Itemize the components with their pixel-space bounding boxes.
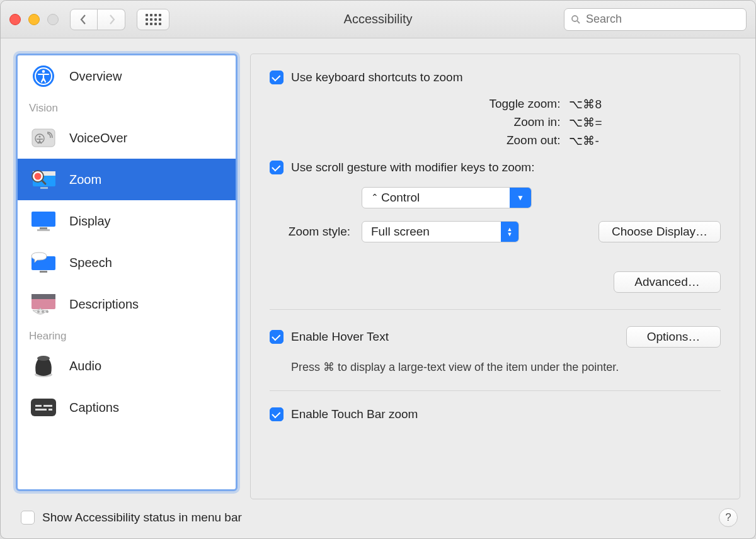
- search-icon: [571, 14, 581, 25]
- svg-point-23: [42, 310, 44, 313]
- sidebar-item-descriptions[interactable]: Descriptions: [18, 283, 236, 325]
- sidebar: Overview Vision VoiceOver Zoom: [16, 54, 238, 491]
- back-button[interactable]: [70, 9, 98, 30]
- zoom-in-label: Zoom in:: [370, 115, 560, 130]
- traffic-lights: [9, 14, 59, 25]
- divider: [270, 309, 721, 310]
- help-button[interactable]: ?: [719, 508, 738, 527]
- zoom-style-select[interactable]: Full screen ▲▼: [362, 221, 519, 242]
- zoom-in-value: ⌥⌘=: [569, 115, 721, 130]
- enable-touchbar-zoom-label: Enable Touch Bar zoom: [291, 407, 418, 421]
- svg-point-26: [37, 356, 50, 361]
- zoom-out-value: ⌥⌘-: [569, 133, 721, 148]
- window-body: Overview Vision VoiceOver Zoom: [1, 38, 755, 538]
- toggle-zoom-label: Toggle zoom:: [370, 97, 560, 111]
- svg-point-22: [37, 310, 40, 313]
- modifier-key-select[interactable]: ⌃Control ▼: [362, 187, 532, 208]
- show-status-checkbox[interactable]: [21, 511, 35, 525]
- titlebar: Accessibility: [1, 1, 755, 38]
- split-view: Overview Vision VoiceOver Zoom: [16, 54, 740, 499]
- shortcut-list: Toggle zoom: ⌥⌘8 Zoom in: ⌥⌘= Zoom out: …: [270, 97, 721, 148]
- enable-hover-text-label: Enable Hover Text: [291, 330, 389, 344]
- hover-text-options-button[interactable]: Options…: [626, 326, 721, 348]
- enable-touchbar-zoom-row: Enable Touch Bar zoom: [270, 407, 721, 421]
- zoom-out-label: Zoom out:: [370, 133, 560, 148]
- svg-rect-10: [40, 187, 48, 189]
- chevron-down-icon: ▼: [510, 188, 531, 208]
- audio-icon: [29, 354, 58, 378]
- sidebar-item-label: Captions: [69, 400, 119, 415]
- sidebar-item-label: Zoom: [69, 173, 101, 187]
- preferences-window: Accessibility Overview Vision V: [0, 0, 756, 539]
- advanced-button[interactable]: Advanced…: [614, 271, 721, 293]
- zoom-icon: [29, 167, 58, 191]
- svg-point-24: [46, 310, 49, 313]
- use-keyboard-shortcuts-label: Use keyboard shortcuts to zoom: [291, 71, 462, 84]
- svg-rect-21: [32, 294, 55, 299]
- show-all-button[interactable]: [137, 9, 169, 30]
- svg-rect-29: [43, 405, 52, 407]
- minimize-window-button[interactable]: [28, 14, 40, 25]
- sidebar-item-overview[interactable]: Overview: [18, 55, 236, 97]
- stepper-arrows-icon: ▲▼: [501, 222, 518, 242]
- window-title: Accessibility: [344, 12, 413, 26]
- forward-button[interactable]: [98, 9, 125, 30]
- zoom-style-label: Zoom style:: [270, 225, 350, 239]
- sidebar-item-label: Audio: [69, 359, 101, 373]
- sidebar-item-label: Overview: [69, 69, 122, 84]
- sidebar-item-zoom[interactable]: Zoom: [18, 159, 236, 200]
- svg-rect-17: [37, 229, 50, 231]
- display-icon: [29, 209, 58, 233]
- show-status-label: Show Accessibility status in menu bar: [42, 511, 242, 525]
- descriptions-icon: [29, 292, 58, 316]
- zoom-style-row: Zoom style: Full screen ▲▼ Choose Displa…: [270, 221, 721, 242]
- use-keyboard-shortcuts-row: Use keyboard shortcuts to zoom: [270, 71, 721, 84]
- divider: [270, 390, 721, 391]
- choose-display-button[interactable]: Choose Display…: [598, 221, 721, 242]
- enable-touchbar-zoom-checkbox[interactable]: [270, 407, 284, 421]
- control-caret-icon: ⌃: [371, 192, 379, 202]
- sidebar-section-hearing: Hearing: [18, 325, 236, 345]
- speech-icon: [29, 251, 58, 275]
- search-field[interactable]: [564, 8, 747, 31]
- svg-point-7: [39, 136, 41, 138]
- svg-rect-19: [40, 271, 47, 273]
- sidebar-item-label: Speech: [69, 256, 112, 270]
- close-window-button[interactable]: [9, 14, 21, 25]
- advanced-row: Advanced…: [270, 271, 721, 293]
- sidebar-item-voiceover[interactable]: VoiceOver: [18, 117, 236, 159]
- sidebar-item-speech[interactable]: Speech: [18, 242, 236, 283]
- settings-panel: Use keyboard shortcuts to zoom Toggle zo…: [250, 54, 740, 499]
- svg-rect-27: [31, 399, 56, 416]
- svg-point-4: [42, 70, 45, 73]
- zoom-style-value: Full screen: [362, 225, 438, 239]
- use-scroll-gesture-checkbox[interactable]: [270, 161, 284, 174]
- svg-point-13: [35, 173, 42, 180]
- accessibility-icon: [29, 64, 58, 88]
- sidebar-item-label: Display: [69, 214, 111, 229]
- svg-point-0: [572, 16, 578, 21]
- zoom-window-button[interactable]: [47, 14, 59, 25]
- captions-icon: [29, 395, 58, 419]
- use-scroll-gesture-label: Use scroll gesture with modifier keys to…: [291, 161, 534, 174]
- search-input[interactable]: [586, 13, 740, 26]
- modifier-key-row: ⌃Control ▼: [362, 187, 721, 208]
- svg-line-1: [577, 21, 580, 23]
- sidebar-item-audio[interactable]: Audio: [18, 345, 236, 387]
- toggle-zoom-value: ⌥⌘8: [569, 97, 721, 111]
- voiceover-icon: [29, 126, 58, 150]
- enable-hover-text-row: Enable Hover Text Options…: [270, 326, 721, 348]
- footer: Show Accessibility status in menu bar ?: [16, 508, 740, 532]
- svg-rect-28: [35, 405, 42, 407]
- svg-rect-31: [49, 409, 52, 411]
- use-keyboard-shortcuts-checkbox[interactable]: [270, 71, 284, 84]
- sidebar-item-label: VoiceOver: [69, 131, 127, 145]
- enable-hover-text-checkbox[interactable]: [270, 330, 284, 344]
- svg-rect-30: [35, 409, 47, 411]
- modifier-key-value: Control: [381, 191, 420, 204]
- use-scroll-gesture-row: Use scroll gesture with modifier keys to…: [270, 161, 721, 174]
- hover-text-help: Press ⌘ to display a large-text view of …: [270, 360, 721, 374]
- sidebar-section-vision: Vision: [18, 97, 236, 117]
- sidebar-item-captions[interactable]: Captions: [18, 387, 236, 428]
- sidebar-item-display[interactable]: Display: [18, 200, 236, 242]
